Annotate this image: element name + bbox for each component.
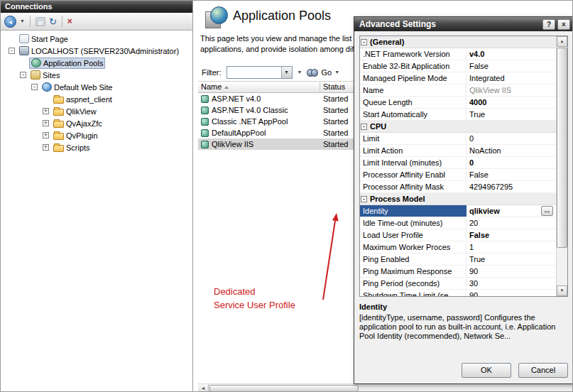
tree-item[interactable]: -Default Web Site [1, 81, 192, 93]
tree-item[interactable]: -Sites [1, 69, 192, 81]
grid-row[interactable]: Ping Period (seconds)30 [360, 278, 556, 290]
back-icon[interactable]: ◄ [4, 16, 16, 28]
grid-row-value[interactable]: 90 [466, 290, 556, 296]
advanced-settings-dialog: Advanced Settings ? × -(General).NET Fra… [354, 16, 573, 384]
refresh-icon[interactable]: ↻ [49, 17, 57, 26]
grid-row[interactable]: Load User ProfileFalse [360, 229, 556, 241]
save-connections-icon[interactable] [36, 17, 45, 26]
scrollbar-thumb[interactable] [209, 385, 359, 392]
grid-row-value[interactable]: 90 [466, 266, 556, 277]
grid-row[interactable]: Processor Affinity EnablFalse [360, 169, 556, 181]
grid-row[interactable]: NameQlikView IIS [360, 85, 556, 97]
tree-item-label: QlikView [66, 107, 97, 116]
grid-row-value[interactable]: 0 [466, 133, 556, 144]
grid-row-value[interactable]: 1 [466, 241, 556, 253]
grid-row-value[interactable]: False [466, 229, 556, 241]
scroll-down-icon[interactable]: ▼ [557, 285, 567, 296]
help-button[interactable]: ? [542, 19, 555, 30]
tree-item-label: Sites [43, 71, 60, 80]
grid-row-value[interactable]: 4294967295 [466, 181, 556, 192]
annotation-text: Dedicated Service User Profile [214, 285, 295, 312]
grid-row[interactable]: Ping EnabledTrue [360, 254, 556, 266]
grid-row[interactable]: Enable 32-Bit ApplicationFalse [360, 60, 556, 72]
tree-item[interactable]: +Scripts [1, 141, 192, 153]
horizontal-scrollbar[interactable]: ◄ [198, 383, 573, 392]
filter-input[interactable]: ▼ [227, 66, 293, 79]
grid-section-header[interactable]: -Process Model [360, 193, 556, 205]
grid-row-label: Limit Action [360, 145, 466, 156]
grid-row-value[interactable]: 0 [466, 157, 556, 168]
grid-row-value[interactable]: 4000 [466, 97, 556, 108]
ellipsis-button[interactable]: ... [541, 206, 553, 216]
plus-expander-icon[interactable]: + [43, 144, 49, 151]
grid-row-value[interactable]: Integrated [466, 72, 556, 84]
grid-row[interactable]: Shutdown Time Limit (se90 [360, 290, 556, 296]
grid-row[interactable]: Ping Maximum Response90 [360, 266, 556, 278]
grid-row-value[interactable]: False [466, 60, 556, 72]
grid-row-value[interactable]: False [466, 169, 556, 180]
grid-section-header[interactable]: -CPU [360, 121, 556, 133]
cancel-button[interactable]: Cancel [518, 363, 568, 378]
combo-dropdown-icon[interactable]: ▼ [281, 67, 292, 78]
grid-row[interactable]: .NET Framework Versionv4.0 [360, 48, 556, 60]
grid-row-value[interactable]: True [466, 109, 556, 120]
scrollbar-thumb[interactable] [557, 48, 567, 248]
tree-item[interactable]: aspnet_client [1, 93, 192, 105]
grid-row[interactable]: Limit0 [360, 133, 556, 145]
application-pools-icon [205, 6, 228, 29]
tree-item[interactable]: +QvPlugin [1, 129, 192, 141]
grid-row[interactable]: Identityqlikview... [360, 205, 556, 217]
dialog-titlebar[interactable]: Advanced Settings ? × [354, 17, 573, 31]
tree-item[interactable]: Application Pools [1, 57, 192, 69]
grid-section-header[interactable]: -(General) [360, 36, 556, 48]
minus-expander-icon[interactable]: - [31, 84, 38, 90]
scroll-left-icon[interactable]: ◄ [198, 384, 209, 392]
tree-item[interactable]: -LOCALHOST (SERVER230\Administrator) [1, 45, 192, 57]
plus-expander-icon[interactable]: + [43, 108, 49, 114]
tree-item[interactable]: Start Page [1, 33, 192, 45]
scroll-up-icon[interactable]: ▲ [557, 36, 567, 47]
grid-row-label: Processor Affinity Enabl [360, 169, 466, 180]
grid-row[interactable]: Limit Interval (minutes)0 [360, 157, 556, 169]
grid-row[interactable]: Limit ActionNoAction [360, 145, 556, 157]
grid-row-value-text: 0 [469, 157, 474, 168]
plus-expander-icon[interactable]: + [43, 120, 49, 126]
minus-expander-icon[interactable]: - [9, 48, 15, 54]
grid-row-value-text: 0 [469, 133, 474, 144]
grid-row-value-text: 4000 [469, 97, 486, 108]
grid-row[interactable]: Managed Pipeline ModeIntegrated [360, 72, 556, 85]
grid-row[interactable]: Start AutomaticallyTrue [360, 109, 556, 121]
grid-row-value-text: NoAction [469, 145, 501, 156]
folder-icon [53, 109, 64, 116]
grid-row[interactable]: Idle Time-out (minutes)20 [360, 217, 556, 229]
minus-expander-icon[interactable]: - [361, 196, 367, 202]
ok-button[interactable]: OK [462, 363, 511, 378]
filter-chevron-icon[interactable]: ▼ [298, 69, 302, 76]
tree-item-label: Scripts [66, 143, 90, 152]
show-all-chevron-icon[interactable]: ▼ [334, 69, 339, 76]
grid-row-value[interactable]: 20 [466, 217, 556, 229]
minus-expander-icon[interactable]: - [361, 124, 367, 130]
back-chevron-icon[interactable]: ▼ [20, 18, 25, 25]
grid-row[interactable]: Processor Affinity Mask4294967295 [360, 181, 556, 193]
grid-row[interactable]: Maximum Worker Proces1 [360, 241, 556, 254]
minus-expander-icon[interactable]: - [20, 72, 26, 78]
minus-expander-icon[interactable]: - [361, 39, 367, 45]
grid-scrollbar[interactable]: ▲ ▼ [556, 36, 567, 296]
grid-row-value[interactable]: NoAction [466, 145, 556, 156]
grid-row-value[interactable]: v4.0 [466, 48, 556, 60]
go-button[interactable]: Go ▼ [307, 68, 339, 77]
tree-item-core: Application Pools [29, 58, 105, 69]
grid-row[interactable]: Queue Length4000 [360, 97, 556, 109]
grid-row-value[interactable]: True [466, 254, 556, 265]
grid-row-value[interactable]: 30 [466, 278, 556, 289]
tree-item[interactable]: +QlikView [1, 105, 192, 117]
grid-row-value[interactable]: qlikview... [466, 205, 556, 217]
tree-item[interactable]: +QvAjaxZfc [1, 117, 192, 129]
delete-connection-icon[interactable]: × [67, 17, 72, 26]
plus-expander-icon[interactable]: + [43, 132, 49, 138]
tree-item-core: aspnet_client [52, 94, 114, 105]
grid-row-value[interactable]: QlikView IIS [466, 85, 556, 96]
name-column-header[interactable]: Name [198, 82, 320, 92]
close-button[interactable]: × [557, 19, 570, 30]
